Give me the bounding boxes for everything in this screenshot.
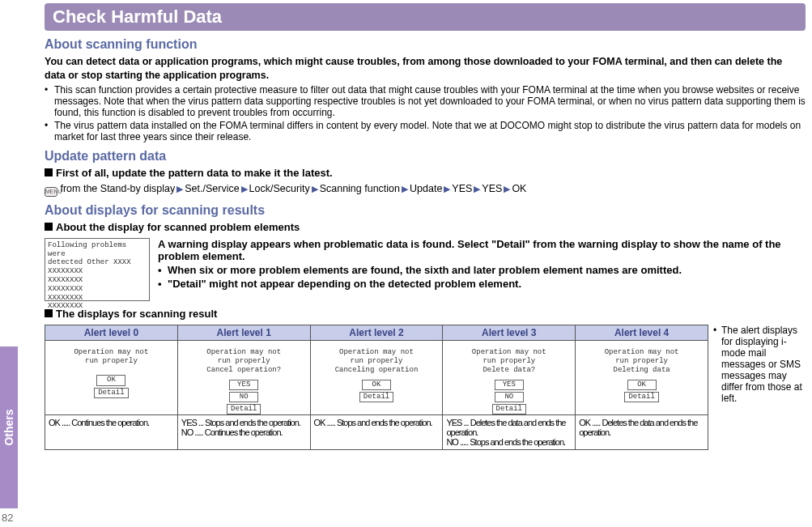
section-tab-label: Others (2, 409, 15, 445)
heading-update-pattern: Update pattern data (45, 149, 806, 164)
warning-bullet-1: When six or more problem elements are fo… (168, 264, 806, 276)
alert-header-1: Alert level 1 (177, 325, 310, 340)
alert-4-desc: OK ..... Deletes the data and ends the o… (576, 415, 708, 450)
yes-button: YES (229, 380, 258, 390)
alert-2-desc: OK ..... Stops and ends the operation. (310, 415, 443, 450)
side-note: •The alert displays for displaying i-mod… (708, 325, 806, 450)
warning-screenshot: Following problems were detected Other X… (45, 238, 150, 301)
section-tab-others: Others (0, 346, 18, 508)
chevron-right-icon: ▶ (400, 184, 410, 193)
alert-header-4: Alert level 4 (576, 325, 708, 340)
chevron-right-icon: ▶ (240, 184, 249, 193)
detail-button: Detail (94, 388, 128, 398)
no-button: NO (495, 392, 524, 402)
page-title: Check Harmful Data (45, 3, 806, 31)
scanning-bullet-2: The virus pattern data installed on the … (54, 120, 806, 142)
ok-button: OK (362, 380, 391, 390)
detail-button: Detail (359, 392, 393, 402)
update-path: MENU from the Stand-by display▶Set./Serv… (45, 182, 806, 197)
alert-0-screenshot: Operation may not run properlyOKDetail (45, 340, 178, 414)
heading-displays: About displays for scanning results (45, 203, 806, 218)
chevron-right-icon: ▶ (442, 184, 452, 193)
bullet-dot: • (158, 264, 168, 276)
yes-button: YES (495, 380, 524, 390)
alert-2-screenshot: Operation may not run properly Canceling… (310, 340, 443, 414)
alert-header-3: Alert level 3 (443, 325, 576, 340)
warning-bullet-2: "Detail" might not appear depending on t… (168, 278, 806, 290)
chevron-right-icon: ▶ (502, 184, 512, 193)
detail-button: Detail (492, 404, 526, 414)
bullet-dot: • (158, 278, 168, 290)
detail-button: Detail (227, 404, 261, 414)
alert-header-0: Alert level 0 (45, 325, 178, 340)
update-sub: First of all, update the pattern data to… (45, 167, 806, 179)
bullet-dot: • (45, 120, 54, 142)
ok-button: OK (627, 380, 657, 390)
heading-scanning-function: About scanning function (45, 37, 806, 52)
bullet-dot: • (45, 84, 54, 118)
detail-button: Detail (624, 392, 658, 402)
alert-1-desc: YES ... Stops and ends the operation.NO … (177, 415, 310, 450)
no-button: NO (229, 392, 258, 402)
scanning-lead: You can detect data or application progr… (45, 55, 806, 83)
menu-button-icon: MENU (45, 187, 57, 197)
chevron-right-icon: ▶ (310, 184, 320, 193)
page-number: 82 (2, 512, 13, 524)
alert-4-screenshot: Operation may not run properly Deleting … (576, 340, 708, 414)
alert-1-screenshot: Operation may not run properly Cancel op… (177, 340, 310, 414)
alert-level-table: Alert level 0 Alert level 1 Alert level … (45, 325, 708, 450)
displays-sub1: About the display for scanned problem el… (45, 221, 806, 233)
ok-button: OK (96, 375, 125, 385)
alert-header-2: Alert level 2 (310, 325, 443, 340)
warning-lead: A warning display appears when problemat… (158, 238, 806, 262)
alert-3-desc: YES ... Deletes the data and ends the op… (443, 415, 576, 450)
scanning-bullet-1: This scan function provides a certain pr… (54, 84, 806, 118)
alert-3-screenshot: Operation may not run properly Delete da… (443, 340, 576, 414)
chevron-right-icon: ▶ (175, 184, 185, 193)
chevron-right-icon: ▶ (472, 184, 482, 193)
alert-0-desc: OK ..... Continues the operation. (45, 415, 178, 450)
displays-sub2: The displays for scanning result (45, 308, 806, 320)
